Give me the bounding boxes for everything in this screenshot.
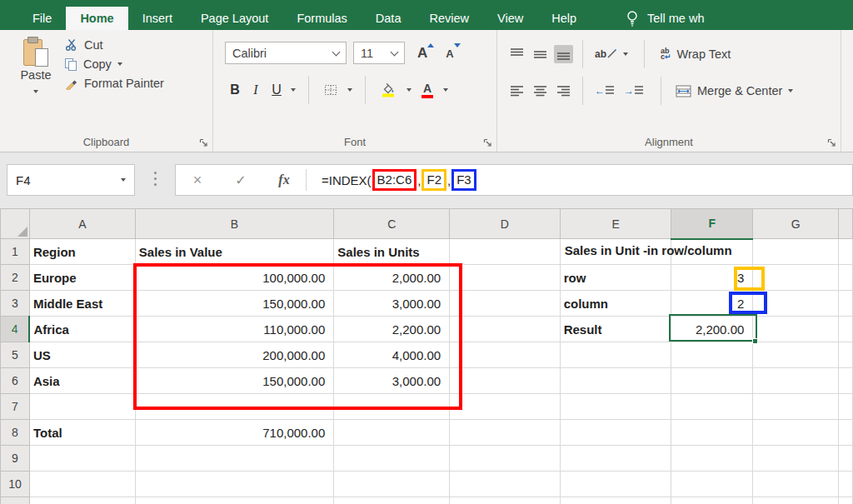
cell-empty[interactable] <box>838 446 852 472</box>
cell-G2[interactable] <box>753 265 839 291</box>
wrap-text-button[interactable]: ab c↵ Wrap Text <box>661 47 731 61</box>
column-header-F[interactable]: F <box>671 209 753 239</box>
fill-color-button[interactable] <box>378 80 399 100</box>
cell-E1[interactable]: Sales in Unit -in row/column <box>560 239 671 265</box>
row-header-6[interactable]: 6 <box>1 368 30 394</box>
orientation-button[interactable]: ab <box>592 46 619 62</box>
cell-B3[interactable]: 150,000.00 <box>135 291 334 317</box>
cell-D8[interactable] <box>450 420 561 446</box>
cell-D2[interactable] <box>450 265 561 291</box>
merge-center-button[interactable]: Merge & Center <box>676 84 793 97</box>
cell-A11[interactable] <box>29 497 135 504</box>
middle-align-button[interactable] <box>531 45 550 63</box>
fill-color-dropdown-caret-icon[interactable] <box>407 88 412 92</box>
orientation-dropdown-caret-icon[interactable] <box>623 52 628 56</box>
cell-B5[interactable]: 200,000.00 <box>135 342 334 368</box>
cell-B11[interactable] <box>135 497 334 504</box>
cell-G9[interactable] <box>753 446 839 472</box>
bottom-align-button[interactable] <box>554 45 573 63</box>
cell-D4[interactable] <box>450 317 561 342</box>
underline-button[interactable]: U <box>270 82 283 97</box>
tab-data[interactable]: Data <box>362 7 416 30</box>
cell-A1[interactable]: Region <box>29 239 135 265</box>
cell-C6[interactable]: 3,000.00 <box>334 368 450 394</box>
cell-G8[interactable] <box>753 420 839 446</box>
cell-E2[interactable]: row <box>560 265 671 291</box>
tab-page-layout[interactable]: Page Layout <box>187 7 282 30</box>
cell-B6[interactable]: 150,000.00 <box>135 368 334 394</box>
cell-D3[interactable] <box>450 291 561 317</box>
cell-empty[interactable] <box>838 317 852 342</box>
column-header-E[interactable]: E <box>560 209 671 239</box>
bold-button[interactable]: B <box>228 82 242 97</box>
cell-A3[interactable]: Middle East <box>29 291 135 317</box>
cell-G11[interactable] <box>753 497 839 504</box>
column-header-G[interactable]: G <box>753 209 839 239</box>
column-header-C[interactable]: C <box>334 209 450 239</box>
cell-G10[interactable] <box>753 472 839 497</box>
paste-dropdown-caret-icon[interactable] <box>33 90 38 93</box>
align-right-button[interactable] <box>554 82 573 100</box>
tab-formulas[interactable]: Formulas <box>282 7 361 30</box>
cell-A9[interactable] <box>29 446 135 472</box>
column-header-A[interactable]: A <box>29 209 135 239</box>
borders-button[interactable] <box>322 81 340 99</box>
cell-E6[interactable] <box>560 368 671 394</box>
clipboard-dialog-launcher-icon[interactable] <box>199 138 208 147</box>
cell-D7[interactable] <box>450 394 561 420</box>
cell-D11[interactable] <box>450 497 561 504</box>
row-header-5[interactable]: 5 <box>1 342 30 368</box>
increase-indent-button[interactable]: → <box>621 82 646 99</box>
cell-F11[interactable] <box>671 497 753 504</box>
cell-A10[interactable] <box>29 472 135 497</box>
cell-G5[interactable] <box>753 342 839 368</box>
enter-check-icon[interactable]: ✓ <box>219 172 262 188</box>
row-header-10[interactable]: 10 <box>1 472 30 497</box>
alignment-dialog-launcher-icon[interactable] <box>827 138 836 147</box>
format-painter-button[interactable]: Format Painter <box>65 77 164 90</box>
cell-empty[interactable] <box>838 472 852 497</box>
cell-A6[interactable]: Asia <box>29 368 135 394</box>
cell-A5[interactable]: US <box>29 342 135 368</box>
cancel-icon[interactable]: × <box>176 172 219 189</box>
cell-F6[interactable] <box>671 368 753 394</box>
cell-E7[interactable] <box>560 394 671 420</box>
cell-B1[interactable]: Sales in Value <box>135 239 334 265</box>
cell-E11[interactable] <box>560 497 671 504</box>
cell-G7[interactable] <box>753 394 839 420</box>
cell-F8[interactable] <box>671 420 753 446</box>
top-align-button[interactable] <box>507 45 526 63</box>
underline-dropdown-caret-icon[interactable] <box>291 88 296 92</box>
formula-input[interactable]: × ✓ fx =INDEX( B2:C6 , F2 , F3 <box>175 164 853 196</box>
cell-F2[interactable]: 3 <box>671 265 753 291</box>
cell-empty[interactable] <box>838 342 852 368</box>
cell-F3[interactable]: 2 <box>671 291 753 317</box>
shrink-font-button[interactable]: A <box>440 45 459 62</box>
cell-A8[interactable]: Total <box>29 420 135 446</box>
row-header-3[interactable]: 3 <box>1 291 30 317</box>
cell-E3[interactable]: column <box>560 291 671 317</box>
paste-button[interactable]: Paste <box>12 37 60 97</box>
italic-button[interactable]: I <box>249 82 262 97</box>
row-header-1[interactable]: 1 <box>1 239 30 265</box>
cell-D6[interactable] <box>450 368 561 394</box>
cell-B4[interactable]: 110,000.00 <box>135 317 334 342</box>
cell-C4[interactable]: 2,200.00 <box>334 317 450 342</box>
row-header-9[interactable]: 9 <box>1 446 30 472</box>
cell-B8[interactable]: 710,000.00 <box>135 420 334 446</box>
cell-G1[interactable] <box>753 239 839 265</box>
cell-B2[interactable]: 100,000.00 <box>135 265 334 291</box>
cell-A4[interactable]: Africa <box>29 317 135 342</box>
cell-A2[interactable]: Europe <box>29 265 135 291</box>
name-box[interactable]: F4 <box>7 164 135 196</box>
cell-C5[interactable]: 4,000.00 <box>334 342 450 368</box>
cell-F7[interactable] <box>671 394 753 420</box>
cell-C10[interactable] <box>334 472 450 497</box>
cell-D10[interactable] <box>450 472 561 497</box>
tab-review[interactable]: Review <box>415 7 483 30</box>
cell-empty[interactable] <box>838 291 852 317</box>
column-header-B[interactable]: B <box>135 209 334 239</box>
cell-F9[interactable] <box>671 446 753 472</box>
font-color-button[interactable]: A <box>419 80 436 101</box>
column-header-partial[interactable] <box>838 209 852 239</box>
